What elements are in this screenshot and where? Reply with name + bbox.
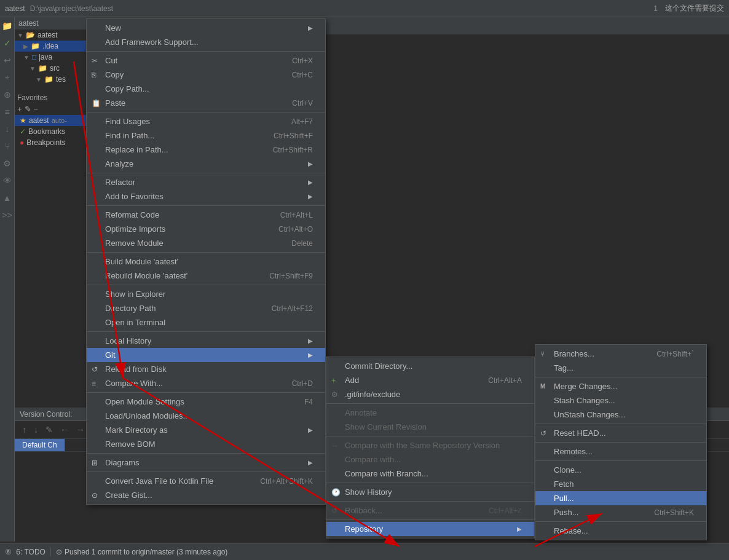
- menu-show-explorer[interactable]: Show in Explorer: [87, 287, 325, 301]
- vc-btn-forward[interactable]: →: [74, 424, 87, 436]
- sep-7: [87, 331, 325, 332]
- git-sep-3: [326, 483, 534, 483]
- menu-remove-bom[interactable]: Remove BOM: [87, 437, 325, 451]
- git-sep-4: [326, 501, 534, 502]
- sidebar-icon-project[interactable]: 📁: [1, 20, 14, 32]
- menu-remove-module[interactable]: Remove Module Delete: [87, 236, 325, 250]
- git-add[interactable]: + Add Ctrl+Alt+A: [326, 373, 534, 387]
- menu-open-module-settings[interactable]: Open Module Settings F4: [87, 395, 325, 409]
- git-clone[interactable]: Clone...: [535, 463, 706, 477]
- menu-open-terminal[interactable]: Open in Terminal: [87, 315, 325, 329]
- top-bar-title: aatest: [5, 4, 25, 13]
- favorites-controls: + ✎ −: [15, 103, 89, 115]
- menu-add-to-favorites[interactable]: Add to Favorites ▶: [87, 189, 325, 203]
- menu-diagrams[interactable]: ⊞ Diagrams ▶: [87, 455, 325, 470]
- menu-build-module[interactable]: Build Module 'aatest': [87, 254, 325, 269]
- menu-compare-with[interactable]: ≡ Compare With... Ctrl+D: [87, 376, 325, 390]
- menu-load-unload-modules[interactable]: Load/Unload Modules...: [87, 409, 325, 423]
- file-tree-header: aatest: [15, 17, 89, 30]
- fav-bookmarks-label: Bookmarks: [28, 127, 65, 136]
- fav-edit-btn[interactable]: ✎: [25, 105, 31, 114]
- vc-btn-edit[interactable]: ✎: [43, 424, 55, 436]
- sidebar-icon-add[interactable]: +: [1, 71, 14, 84]
- menu-refactor[interactable]: Refactor ▶: [87, 175, 325, 189]
- vc-btn-down[interactable]: ↓: [31, 424, 41, 436]
- menu-replace-in-path[interactable]: Replace in Path... Ctrl+Shift+R: [87, 143, 325, 157]
- menu-new[interactable]: New ▶: [87, 21, 325, 35]
- menu-directory-path[interactable]: Directory Path Ctrl+Alt+F12: [87, 301, 325, 315]
- fav-remove-btn[interactable]: −: [34, 105, 39, 114]
- git-tag[interactable]: Tag...: [535, 361, 706, 375]
- menu-rebuild-module[interactable]: Rebuild Module 'aatest' Ctrl+Shift+F9: [87, 269, 325, 283]
- vc-btn-up[interactable]: ↑: [20, 424, 29, 436]
- vc-tab-default[interactable]: Default Ch: [15, 439, 65, 451]
- git-repository[interactable]: Repository ▶: [326, 522, 534, 536]
- tree-item-src[interactable]: ▼ 📁 src: [15, 63, 89, 74]
- sidebar-icon-up[interactable]: ▲: [1, 192, 14, 204]
- fav-item-bookmarks[interactable]: ✓ Bookmarks: [15, 126, 89, 137]
- add-framework-label: Add Framework Support...: [105, 37, 199, 47]
- sep-3: [87, 173, 325, 173]
- git-commit-directory[interactable]: Commit Directory...: [326, 359, 534, 373]
- menu-reload-from-disk[interactable]: ↺ Reload from Disk: [87, 362, 325, 376]
- menu-find-in-path[interactable]: Find in Path... Ctrl+Shift+F: [87, 128, 325, 143]
- menu-git[interactable]: Git ▶: [87, 348, 325, 362]
- sidebar-icon-log[interactable]: ≡: [1, 106, 14, 118]
- menu-paste[interactable]: 📋 Paste Ctrl+V: [87, 96, 325, 110]
- sidebar-icon-branch[interactable]: ⑂: [1, 140, 14, 152]
- git-branches[interactable]: ⑂ Branches... Ctrl+Shift+`: [535, 347, 706, 361]
- git-unstash[interactable]: UnStash Changes...: [535, 408, 706, 422]
- vc-btn-back[interactable]: ←: [58, 424, 71, 436]
- sidebar-icon-download[interactable]: ↓: [1, 123, 14, 135]
- sidebar-icon-settings[interactable]: ⚙: [1, 157, 14, 170]
- git-rebase[interactable]: Rebase...: [535, 524, 706, 538]
- menu-mark-directory[interactable]: Mark Directory as ▶: [87, 423, 325, 437]
- sidebar-icon-commit[interactable]: ⊕: [1, 89, 14, 101]
- sidebar-icon-check[interactable]: ✓: [1, 37, 14, 49]
- menu-reformat-code[interactable]: Reformat Code Ctrl+Alt+L: [87, 208, 325, 222]
- cut-shortcut: Ctrl+X: [292, 57, 313, 65]
- git-sep-5: [326, 519, 534, 520]
- fav-item-breakpoints[interactable]: ● Breakpoints: [15, 137, 89, 148]
- git-pull[interactable]: Pull...: [535, 491, 706, 505]
- menu-create-gist[interactable]: ⊙ Create Gist...: [87, 488, 325, 502]
- todo-label[interactable]: ⑥ 6: TODO: [5, 548, 51, 556]
- git-push[interactable]: Push... Ctrl+Shift+K: [535, 505, 706, 519]
- menu-copy-path[interactable]: Copy Path...: [87, 82, 325, 96]
- tree-item-root[interactable]: ▼ 📂 aatest: [15, 30, 89, 41]
- git-gitinfo[interactable]: ⚙ .git/info/exclude: [326, 387, 534, 401]
- tree-item-tes[interactable]: ▼ 📁 tes: [15, 74, 89, 85]
- reload-from-disk-label: Reload from Disk: [105, 365, 167, 374]
- ext-sep-3: [535, 442, 706, 443]
- tree-item-idea[interactable]: ▶ 📁 .idea: [15, 41, 89, 52]
- menu-local-history[interactable]: Local History ▶: [87, 334, 325, 348]
- menu-find-usages[interactable]: Find Usages Alt+F7: [87, 114, 325, 128]
- fav-star-icon: ★: [20, 116, 26, 125]
- fav-item-aatest[interactable]: ★ aatest auto-: [15, 115, 89, 126]
- git-reset-head[interactable]: ↺ Reset HEAD...: [535, 426, 706, 440]
- sidebar-icon-eye[interactable]: 👁: [1, 175, 14, 187]
- sep-4: [87, 205, 325, 206]
- git-stash[interactable]: Stash Changes...: [535, 393, 706, 408]
- menu-add-framework[interactable]: Add Framework Support...: [87, 35, 325, 49]
- menu-convert-kotlin[interactable]: Convert Java File to Kotlin File Ctrl+Al…: [87, 474, 325, 488]
- fav-add-btn[interactable]: +: [17, 105, 22, 114]
- sidebar-icon-expand[interactable]: >>: [1, 209, 14, 221]
- git-compare-with-branch[interactable]: Compare with Branch...: [326, 467, 534, 481]
- git-fetch[interactable]: Fetch: [535, 477, 706, 491]
- branches-shortcut: Ctrl+Shift+`: [656, 350, 694, 358]
- git-sep-1: [326, 403, 534, 404]
- module-settings-label: Open Module Settings: [105, 397, 184, 406]
- left-sidebar: 📁 ✓ ↩ + ⊕ ≡ ↓ ⑂ ⚙ 👁 ▲ >>: [0, 17, 15, 542]
- tree-item-java[interactable]: ▼ □ java: [15, 52, 89, 63]
- reformat-shortcut: Ctrl+Alt+L: [280, 211, 313, 219]
- menu-copy[interactable]: ⎘ Copy Ctrl+C: [87, 68, 325, 82]
- menu-cut[interactable]: ✂ Cut Ctrl+X: [87, 53, 325, 68]
- git-remotes[interactable]: Remotes...: [535, 444, 706, 459]
- git-merge-changes[interactable]: M Merge Changes...: [535, 379, 706, 393]
- menu-optimize-imports[interactable]: Optimize Imports Ctrl+Alt+O: [87, 222, 325, 236]
- branches-icon: ⑂: [540, 350, 545, 358]
- menu-analyze[interactable]: Analyze ▶: [87, 157, 325, 171]
- git-show-history[interactable]: 🕐 Show History: [326, 485, 534, 499]
- sidebar-icon-undo[interactable]: ↩: [1, 54, 14, 66]
